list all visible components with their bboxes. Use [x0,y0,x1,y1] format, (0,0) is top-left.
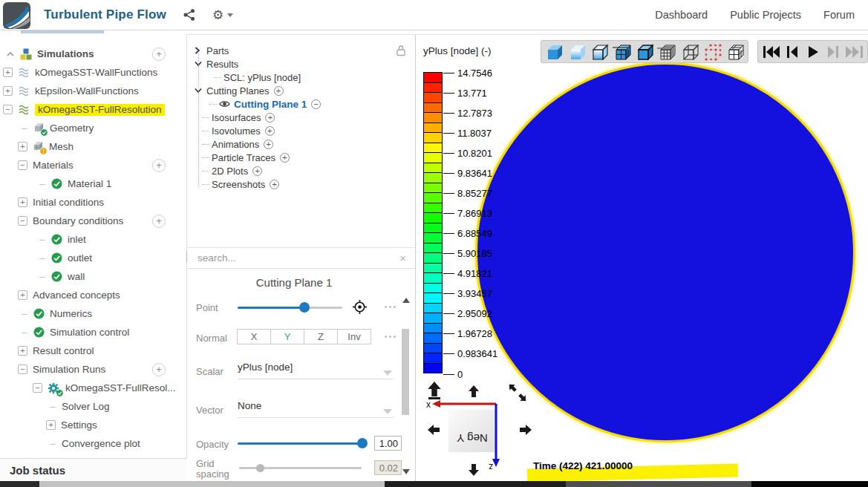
grid-spacing-slider-thumb[interactable] [256,464,264,472]
nav-public-projects[interactable]: Public Projects [730,9,801,21]
lock-icon[interactable] [396,44,406,56]
expander-icon[interactable]: + [18,290,27,300]
scene-item-isosurfaces[interactable]: Isosurfaces + [187,111,415,124]
nav-forum[interactable]: Forum [823,9,855,21]
view-surface-edges-icon[interactable] [590,42,610,62]
point-slider[interactable] [238,302,342,313]
normal-inv-button[interactable]: Inv [337,329,371,344]
chevron-down-icon[interactable] [195,88,203,94]
scroll-up-icon[interactable] [402,298,410,303]
expander-icon[interactable]: − [18,365,27,374]
view-flat-icon[interactable] [634,42,654,62]
search-input[interactable]: search... [198,252,399,264]
clear-search-icon[interactable]: × [399,252,406,264]
sidebar-item-convergence-plot[interactable]: – Convergence plot [0,434,186,453]
view-surface-mesh-icon[interactable] [612,42,632,62]
render-viewport[interactable]: yPlus [node] (-) 14.754613.77112.787311.… [416,34,868,481]
sidebar-item-inlet[interactable]: – inlet [0,230,186,249]
scene-item-parts[interactable]: Parts [187,44,415,57]
expander-icon[interactable]: + [18,346,27,356]
view-blocks-icon[interactable] [725,42,745,62]
point-options-icon[interactable] [385,306,396,308]
scene-item-results[interactable]: Results [187,57,415,71]
pan-up-icon[interactable] [469,385,479,397]
chevron-down-icon[interactable] [195,61,203,67]
add-material-button[interactable]: + [152,159,166,172]
app-logo[interactable] [3,2,30,29]
grid-spacing-slider[interactable] [239,463,362,473]
rotate-view-icon[interactable] [506,382,529,404]
orientation-cube-face[interactable] [448,410,496,452]
vector-dropdown[interactable]: None [238,400,394,418]
sidebar-item-mesh[interactable]: + Mesh [0,137,186,156]
view-wireframe-mesh-icon[interactable] [657,42,677,62]
step-back-button[interactable] [782,42,802,62]
sidebar-item-solver-log[interactable]: – Solver Log [0,397,186,416]
settings-menu-button[interactable]: ⚙ [212,9,233,22]
add-isovolume-button[interactable]: + [265,126,275,136]
sidebar-item-outlet[interactable]: – outlet [0,249,186,267]
remove-cutting-plane-button[interactable]: − [311,99,321,109]
sidebar-item-simulations[interactable]: Simulations + [0,45,186,63]
add-particle-trace-button[interactable]: + [280,153,290,163]
pan-down-icon[interactable] [469,464,479,476]
scene-item-particle-traces[interactable]: Particle Traces + [187,151,415,164]
sidebar-item-settings[interactable]: + Settings [0,416,186,434]
bottom-scrollbar[interactable] [39,481,385,487]
play-button[interactable] [803,42,823,62]
sidebar-item-wall[interactable]: – wall [0,267,186,286]
visibility-eye-icon[interactable] [219,100,230,108]
search-bar[interactable]: search... × [187,247,415,269]
add-animation-button[interactable]: + [264,140,273,149]
sidebar-item-komegasst-wallfunctions[interactable]: + kOmegaSST-WallFunctions [0,63,186,82]
point-slider-thumb[interactable] [299,302,310,313]
sidebar-item-result-control[interactable]: + Result control [0,341,186,360]
normal-y-button[interactable]: Y [270,329,304,344]
expander-icon[interactable]: + [3,86,13,96]
sidebar-item-komegasst-fullresolution[interactable]: − kOmegaSST-FullResolution [0,100,186,119]
add-screenshot-button[interactable]: + [270,180,279,189]
normal-z-button[interactable]: Z [304,329,338,344]
expander-icon[interactable]: − [33,383,42,393]
sidebar-item-initial-conditions[interactable]: + Initial conditions [0,193,186,212]
grid-spacing-value-input[interactable]: 0.02 [374,460,402,475]
chevron-right-icon[interactable] [195,47,203,54]
sidebar-item-simulation-control[interactable]: – Simulation control [0,323,186,341]
scene-item-scl-yplus[interactable]: SCL: yPlus [node] [187,71,415,84]
normal-options-icon[interactable] [385,336,396,338]
scalar-dropdown[interactable]: yPlus [node] [238,362,394,379]
collapse-chevron-icon[interactable] [6,51,15,57]
add-2d-plot-button[interactable]: + [252,166,262,176]
view-solid-icon[interactable] [544,42,564,62]
expander-icon[interactable]: + [3,68,13,77]
sidebar-item-boundary-conditions[interactable]: − Boundary conditions + [0,212,186,230]
opacity-slider[interactable] [238,438,362,448]
sidebar-item-numerics[interactable]: – Numerics [0,304,186,323]
opacity-slider-thumb[interactable] [357,438,368,448]
sidebar-item-material-1[interactable]: – Material 1 [0,174,186,193]
sidebar-item-run-komegasst-fullresol[interactable]: − kOmegaSST-FullResol... [0,379,186,397]
add-cutting-plane-button[interactable]: + [274,86,284,96]
nav-dashboard[interactable]: Dashboard [655,9,708,21]
scene-item-cutting-plane-1[interactable]: Cutting Plane 1 − [187,97,415,111]
scene-item-screenshots[interactable]: Screenshots + [187,177,415,191]
scene-item-isovolumes[interactable]: Isovolumes + [187,124,415,137]
add-isosurface-button[interactable]: + [265,113,275,122]
normal-x-button[interactable]: X [237,329,271,344]
expander-icon[interactable]: + [46,420,56,430]
scene-item-animations[interactable]: Animations + [187,137,415,151]
expander-icon[interactable]: + [18,197,27,207]
home-view-icon[interactable] [428,382,441,399]
scene-item-2d-plots[interactable]: 2D Plots + [187,164,415,177]
properties-scrollbar[interactable] [402,296,411,476]
view-gouraud-icon[interactable] [567,42,587,62]
job-status-bar[interactable]: Job status [0,458,187,481]
sidebar-item-advanced-concepts[interactable]: + Advanced concepts [0,286,186,304]
sidebar-item-simulation-runs[interactable]: − Simulation Runs + [0,360,186,379]
pan-right-icon[interactable] [520,425,532,435]
sidebar-item-kepsilon-wallfunctions[interactable]: + kEpsilon-WallFunctions [0,82,186,100]
view-wireframe-icon[interactable] [679,42,699,62]
share-button[interactable] [183,8,196,22]
add-simulation-button[interactable]: + [152,48,166,61]
expander-icon[interactable]: − [3,105,13,114]
